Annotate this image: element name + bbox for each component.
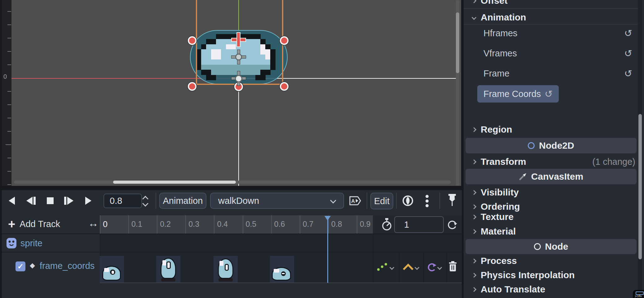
add-track-button[interactable]: + Add Track <box>8 218 60 230</box>
section-visibility[interactable]: Visibility <box>464 187 644 198</box>
chevron-right-icon <box>472 204 477 209</box>
keyframe-diamond-icon: ◆ <box>30 261 35 270</box>
section-offset-label: Offset <box>481 0 508 6</box>
track-enabled-checkbox[interactable]: ✓ <box>15 261 25 271</box>
ruler-tick-label: 0.1 <box>131 220 142 229</box>
vertical-ruler: 0 <box>2 0 11 186</box>
section-physics-interpolation[interactable]: Physics Interpolation <box>464 270 644 281</box>
selection-handle-mid-right[interactable] <box>280 36 289 45</box>
selection-handle-mid-left[interactable] <box>188 36 196 45</box>
animation-length-input[interactable]: 1 <box>394 216 444 233</box>
section-ordering[interactable]: Ordering <box>464 201 644 212</box>
revert-frame-coords-icon[interactable]: ↺ <box>545 89 553 99</box>
delete-track-button[interactable] <box>448 261 457 272</box>
section-process[interactable]: Process <box>464 255 644 266</box>
center-gizmo-dot[interactable] <box>235 54 242 60</box>
selection-handle-bottom-left[interactable] <box>188 82 196 91</box>
stop-button[interactable] <box>43 193 58 208</box>
play-backwards-button[interactable] <box>24 193 38 208</box>
toolbar-separator <box>396 193 397 209</box>
origin-gizmo-dot[interactable] <box>235 75 242 82</box>
kebab-menu-icon <box>425 195 429 208</box>
playhead[interactable] <box>327 216 328 283</box>
pin-animation-player-button[interactable] <box>447 193 457 208</box>
keyframe-0.2[interactable] <box>156 256 180 283</box>
playback-speed-input[interactable]: 0.8 <box>104 194 142 208</box>
property-row-frame-coords-selected[interactable]: Frame Coords ↺ <box>477 85 559 103</box>
speed-stepper[interactable] <box>143 197 148 206</box>
revert-vframes-icon[interactable]: ↺ <box>624 49 632 58</box>
play-from-start-button[interactable] <box>61 193 76 208</box>
loop-animation-icon[interactable] <box>447 219 458 230</box>
ruler-tick <box>7 104 11 105</box>
ruler-grid-line <box>157 215 157 234</box>
keyframe-0.4[interactable] <box>214 256 238 283</box>
stepper-down-icon <box>142 200 148 207</box>
pan-timeline-icon[interactable]: ↔ <box>88 217 99 229</box>
ruler-grid-line <box>271 215 272 234</box>
track-area-bottom-border <box>100 283 462 283</box>
ruler-grid-line <box>357 215 357 234</box>
track-row-sprite[interactable]: sprite <box>2 234 100 252</box>
viewport-hscrollbar-thumb[interactable] <box>113 181 236 184</box>
track-row-frame-coords[interactable]: ✓ ◆ frame_coords <box>2 252 100 283</box>
play-left-icon <box>26 197 33 205</box>
ruler-tick <box>7 51 11 52</box>
loop-wrap-icon <box>426 263 437 272</box>
section-transform[interactable]: Transform (1 change) <box>464 156 644 168</box>
onion-options-menu-button[interactable] <box>425 195 430 208</box>
ruler-grid-line <box>128 215 129 234</box>
update-mode-button[interactable] <box>376 262 389 272</box>
onion-skinning-button[interactable] <box>402 195 414 207</box>
ruler-tick-label: 0.7 <box>303 220 314 229</box>
section-material[interactable]: Material <box>464 226 644 237</box>
section-ordering-label: Ordering <box>481 201 520 212</box>
section-auto-translate[interactable]: Auto Translate <box>464 284 644 295</box>
autoplay-on-load-button[interactable]: A <box>349 195 362 206</box>
animation-menu-button[interactable]: Animation <box>159 193 206 209</box>
selection-handle-bottom-right[interactable] <box>280 82 289 91</box>
ruler-tick <box>7 11 11 12</box>
section-region-label: Region <box>481 124 512 135</box>
keyframe-0.6[interactable] <box>270 256 294 283</box>
ruler-tick-label: 0.4 <box>217 220 228 229</box>
section-texture[interactable]: Texture <box>464 211 644 222</box>
ruler-tick-label: 0.3 <box>188 220 199 229</box>
keyframe-0.0[interactable] <box>100 256 124 283</box>
play-backwards-from-end-button[interactable] <box>4 193 19 208</box>
interpolation-mode-button[interactable] <box>402 263 414 271</box>
category-node-label: Node <box>545 241 568 252</box>
edit-button[interactable]: Edit <box>370 193 393 209</box>
revert-hframes-icon[interactable]: ↺ <box>624 28 632 38</box>
column-divider <box>399 252 399 283</box>
frame-coords-label: Frame Coords <box>483 89 541 99</box>
pivot-cross-icon[interactable] <box>237 33 240 46</box>
loop-wrap-mode-button[interactable] <box>426 263 437 272</box>
canvasitem-brush-icon <box>519 173 527 181</box>
section-physics-interpolation-label: Physics Interpolation <box>481 270 575 280</box>
track-node-name: sprite <box>20 238 42 248</box>
animation-menu-label: Animation <box>163 196 203 206</box>
section-divider <box>464 8 639 9</box>
add-track-label: Add Track <box>20 219 60 229</box>
track-header-left: + Add Track ↔ <box>2 215 100 234</box>
ruler-tick <box>7 91 11 92</box>
section-offset[interactable]: Offset <box>464 0 644 7</box>
animation-length-value: 1 <box>404 220 409 230</box>
canvas-2d-viewport[interactable]: 0 <box>2 0 461 186</box>
timeline-ruler[interactable]: 00.10.20.30.40.50.60.70.80.9 <box>100 215 373 234</box>
animation-select-dropdown[interactable]: walkDown <box>210 193 344 209</box>
vframes-label: Vframes <box>483 48 517 59</box>
play-button[interactable] <box>81 193 96 208</box>
ruler-grid-line <box>300 215 300 234</box>
inspector-scrollbar-thumb[interactable] <box>638 114 642 259</box>
edit-button-label: Edit <box>374 196 390 206</box>
playhead-handle[interactable] <box>324 216 331 221</box>
section-animation[interactable]: Animation <box>464 11 644 24</box>
interpolation-icon <box>402 263 414 271</box>
ruler-tick-label: 0.2 <box>160 220 171 229</box>
section-region[interactable]: Region <box>464 123 644 136</box>
viewport-vscrollbar-thumb[interactable] <box>456 12 459 73</box>
frame-label: Frame <box>483 68 509 79</box>
revert-frame-icon[interactable]: ↺ <box>624 69 632 78</box>
